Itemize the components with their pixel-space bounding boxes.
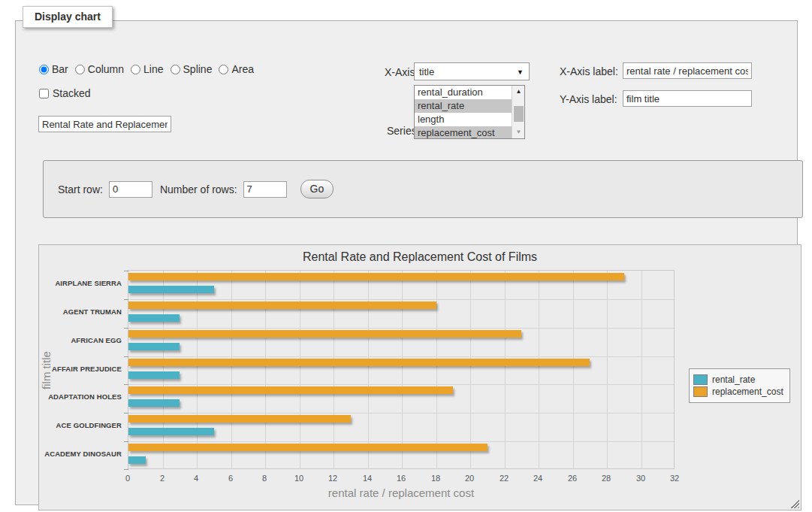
- y-axis-label-label: Y-Axis label:: [560, 93, 617, 105]
- bar-rental_rate: [128, 399, 180, 407]
- chart-type-option-area[interactable]: Area: [219, 63, 254, 75]
- x-tick-label: 32: [663, 474, 686, 483]
- chart-type-radio-bar[interactable]: [39, 65, 49, 74]
- chart-type-label: Column: [88, 63, 124, 75]
- bar-replacement_cost: [128, 273, 624, 280]
- chart-legend: rental_ratereplacement_cost: [689, 368, 790, 403]
- chart-type-radio-column[interactable]: [75, 65, 85, 74]
- plot-area: [128, 270, 675, 469]
- bar-replacement_cost: [128, 386, 453, 394]
- stacked-checkbox[interactable]: [39, 89, 49, 98]
- chart-type-radio-line[interactable]: [131, 65, 140, 74]
- legend-swatch: [693, 386, 708, 397]
- series-option-rental_duration[interactable]: rental_duration: [415, 86, 512, 99]
- series-listbox[interactable]: rental_durationrental_ratelengthreplacem…: [414, 85, 525, 139]
- chart-type-radio-area[interactable]: [219, 65, 228, 74]
- chart-type-option-spline[interactable]: Spline: [171, 63, 213, 75]
- x-tick-label: 18: [424, 474, 447, 483]
- chart-type-label: Bar: [52, 63, 68, 75]
- start-row-input[interactable]: [109, 181, 152, 198]
- gridline-horizontal: [128, 328, 674, 329]
- gridline-vertical: [505, 271, 506, 468]
- y-tick-label: ADAPTATION HOLES: [44, 392, 122, 401]
- chart-type-option-line[interactable]: Line: [131, 63, 163, 75]
- series-option-length[interactable]: length: [415, 113, 512, 126]
- gridline-horizontal: [128, 299, 674, 300]
- x-tick-label: 20: [458, 474, 481, 483]
- x-tick-label: 16: [390, 474, 412, 483]
- gridline-vertical: [265, 271, 266, 468]
- chart-title: Rental Rate and Replacement Cost of Film…: [39, 250, 801, 264]
- chart-type-label: Area: [231, 63, 254, 75]
- resize-handle-icon[interactable]: [790, 499, 799, 508]
- y-tick-label: AIRPLANE SIERRA: [44, 279, 122, 287]
- gridline-vertical: [197, 271, 198, 468]
- bar-replacement_cost: [128, 444, 488, 451]
- series-option-replacement_cost[interactable]: replacement_cost: [415, 126, 512, 139]
- gridline-vertical: [368, 271, 369, 468]
- y-tick-label: ACADEMY DINOSAUR: [44, 450, 122, 458]
- legend-entry: rental_rate: [693, 374, 783, 385]
- chart-type-option-column[interactable]: Column: [75, 63, 124, 75]
- series-listbox-scrollbar[interactable]: ▲ ▼: [512, 86, 524, 138]
- y-tick-mark: [124, 413, 128, 414]
- x-tick-label: 12: [321, 474, 344, 483]
- x-tick-label: 14: [356, 474, 379, 483]
- y-tick-mark: [124, 441, 128, 442]
- x-tick-label: 28: [595, 474, 617, 483]
- num-rows-label: Number of rows:: [160, 183, 237, 195]
- bar-replacement_cost: [128, 330, 521, 338]
- gridline-vertical: [641, 271, 642, 468]
- x-axis-label-label: X-Axis label:: [560, 65, 618, 77]
- bar-replacement_cost: [128, 301, 436, 309]
- chart-type-option-bar[interactable]: Bar: [39, 63, 68, 75]
- gridline-horizontal: [128, 441, 674, 442]
- bar-rental_rate: [128, 286, 214, 293]
- y-tick-mark: [124, 356, 128, 357]
- y-axis-label-input[interactable]: [623, 90, 752, 107]
- gridline-horizontal: [128, 413, 674, 414]
- chart-type-radio-spline[interactable]: [171, 65, 180, 74]
- bar-rental_rate: [128, 371, 180, 379]
- y-tick-label: ACE GOLDFINGER: [44, 421, 122, 429]
- gridline-vertical: [470, 271, 471, 468]
- x-tick-label: 30: [629, 474, 652, 483]
- y-tick-mark: [124, 271, 128, 271]
- legend-swatch: [693, 374, 708, 385]
- bar-rental_rate: [128, 314, 180, 322]
- fieldset-legend: Display chart: [23, 6, 113, 28]
- gridline-vertical: [436, 271, 437, 468]
- bar-rental_rate: [128, 343, 180, 350]
- chart-type-group: BarColumnLineSplineArea: [39, 63, 261, 75]
- chart-title-input[interactable]: [38, 116, 171, 132]
- chart-container: Rental Rate and Replacement Cost of Film…: [38, 244, 801, 510]
- y-tick-mark: [124, 384, 128, 385]
- x-tick-label: 24: [527, 474, 549, 483]
- chevron-down-icon: ▼: [517, 68, 524, 76]
- legend-label: replacement_cost: [712, 386, 783, 397]
- bar-rental_rate: [128, 456, 146, 464]
- series-option-rental_rate[interactable]: rental_rate: [415, 99, 512, 113]
- y-tick-mark: [124, 469, 128, 470]
- x-axis-select[interactable]: title ▼: [414, 62, 530, 80]
- go-button[interactable]: Go: [300, 180, 334, 198]
- x-tick-label: 22: [493, 474, 515, 483]
- x-axis-title: rental rate / replacement cost: [128, 486, 675, 499]
- scroll-down-icon[interactable]: ▼: [512, 126, 525, 138]
- gridline-vertical: [231, 271, 232, 468]
- num-rows-input[interactable]: [243, 181, 287, 198]
- scroll-up-icon[interactable]: ▲: [512, 86, 525, 98]
- gridline-vertical: [334, 271, 334, 468]
- bar-replacement_cost: [128, 415, 351, 423]
- y-tick-label: AFFAIR PREJUDICE: [44, 365, 122, 373]
- x-axis-select-label: X-Axis:: [385, 66, 418, 78]
- gridline-horizontal: [128, 356, 674, 357]
- x-axis-label-input[interactable]: [623, 62, 752, 79]
- start-row-label: Start row:: [58, 183, 103, 195]
- rows-panel: Start row: Number of rows: Go: [43, 160, 803, 218]
- x-tick-label: 0: [116, 474, 139, 483]
- scrollbar-thumb[interactable]: [514, 106, 524, 122]
- legend-label: rental_rate: [712, 374, 755, 385]
- y-tick-label: AFRICAN EGG: [44, 336, 122, 344]
- gridline-horizontal: [128, 384, 674, 385]
